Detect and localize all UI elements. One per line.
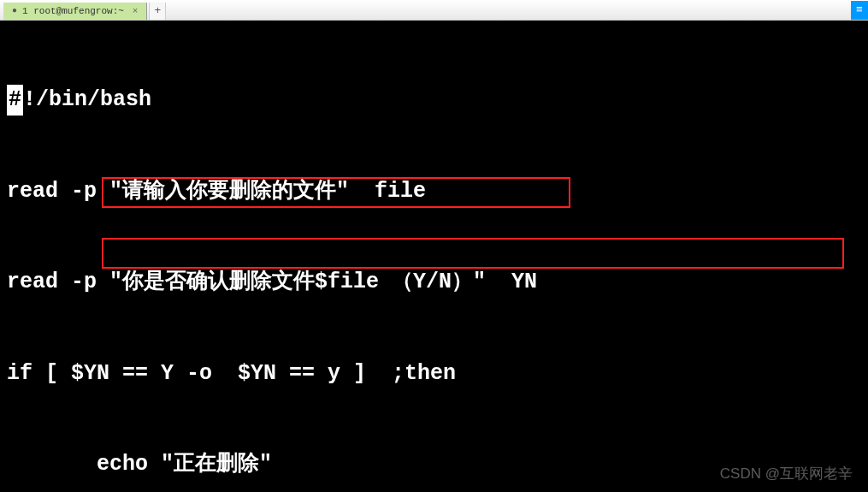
tab-title: 1 root@mufengrow:~ <box>22 6 124 16</box>
close-icon[interactable]: × <box>133 6 139 16</box>
add-tab-button[interactable]: + <box>149 3 166 20</box>
annotation-box-2 <box>102 238 844 269</box>
code-line-4: if [ $YN == Y -o $YN == y ] ;then <box>7 359 861 389</box>
menu-handle[interactable]: ≡ <box>851 1 868 20</box>
code-line-3: read -p "你是否确认删除文件$file （Y/N）" YN <box>7 267 861 298</box>
window-titlebar: ● 1 root@mufengrow:~ × + ≡ <box>0 0 868 21</box>
plus-icon: + <box>155 4 162 17</box>
tab-status-dot: ● <box>12 6 17 15</box>
watermark-text: CSDN @互联网老辛 <box>720 464 853 483</box>
shebang-rest: !/bin/bash <box>23 85 151 116</box>
terminal-tab[interactable]: ● 1 root@mufengrow:~ × <box>3 3 147 20</box>
menu-icon: ≡ <box>856 3 863 16</box>
code-line-2: read -p "请输入你要删除的文件" file <box>7 176 861 207</box>
shebang-hash: # <box>7 85 23 116</box>
terminal-content[interactable]: #!/bin/bash read -p "请输入你要删除的文件" file re… <box>0 21 868 492</box>
code-line-1: #!/bin/bash <box>7 85 861 116</box>
